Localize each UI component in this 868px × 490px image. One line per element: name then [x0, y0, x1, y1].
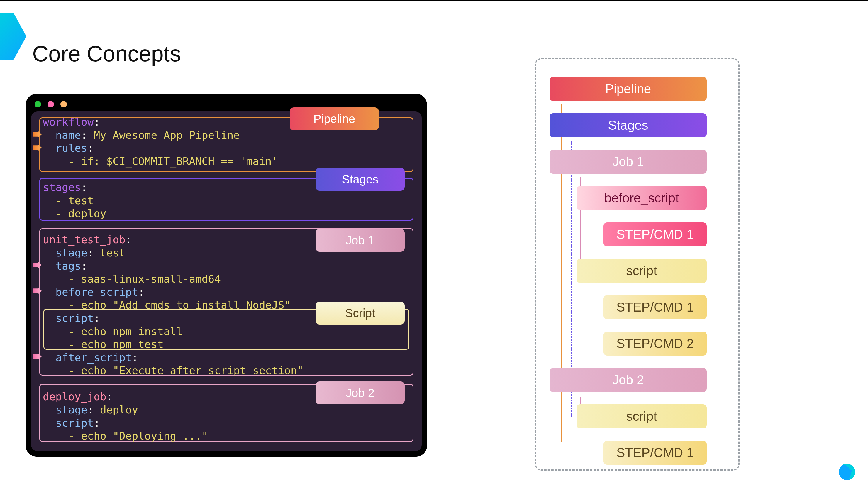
- hier-before-script: before_script: [577, 186, 707, 210]
- hier-step-before-1: STEP/CMD 1: [603, 223, 707, 247]
- slide: Core Concepts Pipeline Stages Job 1 Scri…: [0, 0, 868, 490]
- hier-script: script: [577, 259, 707, 283]
- hier-pipeline: Pipeline: [550, 77, 707, 101]
- hier-step-script-2: STEP/CMD 2: [603, 332, 707, 356]
- yaml-code: workflow: name: My Awesome App Pipeline …: [43, 116, 410, 443]
- hierarchy-panel: Pipeline Stages Job 1 before_script STEP…: [535, 58, 740, 471]
- hier-step-script-1: STEP/CMD 1: [603, 295, 707, 319]
- corner-accent-icon: [0, 13, 26, 60]
- window-dot-orange-icon: [60, 101, 67, 107]
- hier-step-job2-1: STEP/CMD 1: [603, 441, 707, 465]
- hier-job1: Job 1: [550, 150, 707, 174]
- hier-job2: Job 2: [550, 368, 707, 392]
- code-window: Pipeline Stages Job 1 Script Job 2 workf…: [26, 94, 427, 457]
- window-dot-green-icon: [35, 101, 41, 107]
- window-dot-pink-icon: [48, 101, 54, 107]
- hier-stages: Stages: [550, 113, 707, 137]
- page-title: Core Concepts: [32, 41, 181, 66]
- brand-logo-icon: <>: [834, 458, 860, 484]
- hier-script2: script: [577, 404, 707, 428]
- code-body: Pipeline Stages Job 1 Script Job 2 workf…: [31, 112, 422, 451]
